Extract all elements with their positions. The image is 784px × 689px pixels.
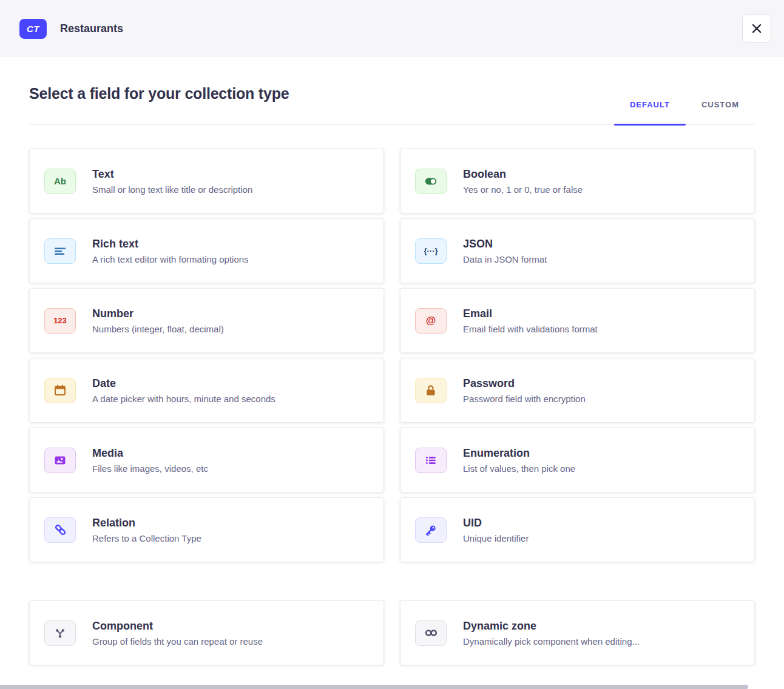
picture-icon <box>44 448 76 473</box>
field-card-text: PasswordPassword field with encryption <box>463 377 586 404</box>
chain-link-icon <box>44 517 76 543</box>
field-card-richtext[interactable]: Rich textA rich text editor with formati… <box>29 218 384 283</box>
field-title-component: Component <box>92 620 263 633</box>
advanced-fields-grid: ComponentGroup of fields tht you can rep… <box>29 600 755 665</box>
field-card-media[interactable]: MediaFiles like images, videos, etc <box>29 428 384 492</box>
field-card-text: EnumerationList of values, then pick one <box>463 447 575 474</box>
content-type-badge-label: CT <box>27 24 39 34</box>
json-icon: {···} <box>415 238 447 264</box>
email-at-icon-glyph: @ <box>426 315 436 326</box>
field-description-password: Password field with encryption <box>463 394 586 404</box>
field-card-text: JSONData in JSON format <box>463 238 547 264</box>
field-title-email: Email <box>463 308 598 320</box>
field-card-text: ComponentGroup of fields tht you can rep… <box>92 620 263 647</box>
horizontal-scrollbar[interactable] <box>0 685 748 689</box>
field-title-uid: UID <box>463 517 529 529</box>
field-description-uid: Unique identifier <box>463 533 529 543</box>
field-description-component: Group of fields tht you can repeat or re… <box>92 636 263 647</box>
field-card-date[interactable]: DateA date picker with hours, minute and… <box>29 358 384 423</box>
field-title-dynamiczone: Dynamic zone <box>463 620 640 633</box>
field-card-text: BooleanYes or no, 1 or 0, true or false <box>463 168 583 195</box>
field-card-text: EmailEmail field with validations format <box>463 308 598 334</box>
field-description-email: Email field with validations format <box>463 324 598 334</box>
field-description-text: Small or long text like title or descrip… <box>92 184 252 195</box>
lock-icon <box>415 378 447 403</box>
json-icon-glyph: {···} <box>424 247 438 255</box>
email-at-icon: @ <box>415 308 447 334</box>
field-title-media: Media <box>92 447 208 460</box>
field-title-text: Text <box>92 168 252 181</box>
close-icon <box>751 23 762 34</box>
field-card-relation[interactable]: RelationRefers to a Collection Type <box>29 497 384 562</box>
field-card-text: TextSmall or long text like title or des… <box>92 168 252 195</box>
close-button[interactable] <box>742 14 771 43</box>
field-card-text: NumberNumbers (integer, float, decimal) <box>92 308 224 334</box>
field-title-boolean: Boolean <box>463 168 583 181</box>
page-title: Select a field for your collection type <box>29 85 289 103</box>
field-title-date: Date <box>92 377 275 390</box>
field-card-text: Rich textA rich text editor with formati… <box>92 238 249 264</box>
field-tabs: DEFAULT CUSTOM <box>614 85 755 124</box>
field-card-enumeration[interactable]: EnumerationList of values, then pick one <box>400 428 755 492</box>
field-card-component[interactable]: ComponentGroup of fields tht you can rep… <box>29 600 384 665</box>
field-card-text: MediaFiles like images, videos, etc <box>92 447 208 474</box>
field-description-media: Files like images, videos, etc <box>92 463 208 474</box>
field-card-email[interactable]: @EmailEmail field with validations forma… <box>400 288 755 353</box>
field-title-richtext: Rich text <box>92 238 249 250</box>
title-row: Select a field for your collection type … <box>29 85 755 125</box>
modal-header: CT Restaurants <box>0 0 784 57</box>
calendar-icon <box>44 378 76 403</box>
content-type-badge: CT <box>19 19 47 39</box>
modal-title: Restaurants <box>60 22 123 35</box>
field-card-text: DateA date picker with hours, minute and… <box>92 377 275 404</box>
field-description-json: Data in JSON format <box>463 254 547 264</box>
number-icon: 123 <box>44 308 76 334</box>
key-icon <box>415 517 447 543</box>
nodes-icon <box>44 620 76 646</box>
field-title-number: Number <box>92 308 224 320</box>
field-description-date: A date picker with hours, minute and sec… <box>92 394 275 404</box>
field-title-enumeration: Enumeration <box>463 447 575 460</box>
rich-text-icon <box>44 238 76 264</box>
field-description-enumeration: List of values, then pick one <box>463 463 575 474</box>
field-card-json[interactable]: {···}JSONData in JSON format <box>400 218 755 283</box>
default-fields-grid: AbTextSmall or long text like title or d… <box>29 149 755 562</box>
field-card-text: Dynamic zoneDynamically pick component w… <box>463 620 640 647</box>
boolean-toggle-icon <box>415 169 447 194</box>
field-card-number[interactable]: 123NumberNumbers (integer, float, decima… <box>29 288 384 353</box>
field-card-text[interactable]: AbTextSmall or long text like title or d… <box>29 149 384 213</box>
field-card-boolean[interactable]: BooleanYes or no, 1 or 0, true or false <box>400 149 755 213</box>
field-card-text: UIDUnique identifier <box>463 517 529 543</box>
list-icon <box>415 448 447 473</box>
field-description-relation: Refers to a Collection Type <box>92 533 201 543</box>
field-description-number: Numbers (integer, float, decimal) <box>92 324 224 334</box>
field-title-password: Password <box>463 377 586 390</box>
infinity-icon <box>415 620 447 646</box>
field-title-json: JSON <box>463 238 547 250</box>
field-title-relation: Relation <box>92 517 201 529</box>
field-description-richtext: A rich text editor with formating option… <box>92 254 249 264</box>
field-card-password[interactable]: PasswordPassword field with encryption <box>400 358 755 423</box>
tab-default[interactable]: DEFAULT <box>614 85 686 124</box>
field-card-uid[interactable]: UIDUnique identifier <box>400 497 755 562</box>
tab-custom[interactable]: CUSTOM <box>686 85 755 124</box>
field-description-dynamiczone: Dynamically pick component when editing.… <box>463 636 640 647</box>
text-icon: Ab <box>44 169 76 194</box>
field-description-boolean: Yes or no, 1 or 0, true or false <box>463 184 583 195</box>
number-icon-glyph: 123 <box>53 317 67 324</box>
field-card-dynamiczone[interactable]: Dynamic zoneDynamically pick component w… <box>400 600 755 665</box>
text-icon-glyph: Ab <box>54 176 66 186</box>
modal-content: Select a field for your collection type … <box>0 85 784 665</box>
field-card-text: RelationRefers to a Collection Type <box>92 517 201 543</box>
